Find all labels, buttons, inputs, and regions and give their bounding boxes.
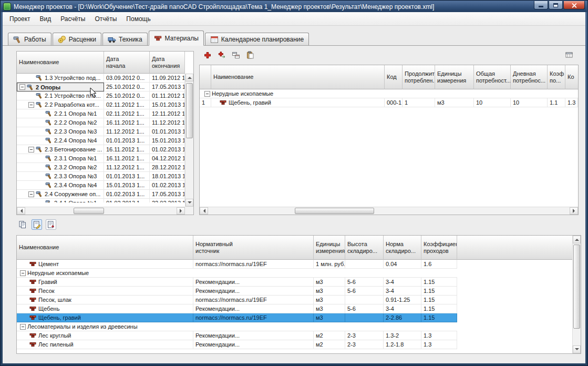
storage-row[interactable]: Лес пиленыйРекомендации...м22-31.2-1.81.… bbox=[17, 340, 572, 349]
column-header-stack-height[interactable]: Высота складиро... bbox=[345, 236, 384, 260]
tree-row[interactable]: 2.4 Сооружение оп...01.02.2013 1...17.05… bbox=[17, 190, 185, 199]
scroll-up-button[interactable] bbox=[185, 74, 193, 82]
tree-row[interactable]: 2.2.3 Опора №311.12.2012 1...01.01.2013 … bbox=[17, 127, 185, 136]
work-name-cell[interactable]: 1.3 Устройство под... bbox=[17, 74, 104, 83]
tree-row[interactable]: 1.3 Устройство под...03.09.2012 0...11.0… bbox=[17, 74, 185, 83]
menu-reports[interactable]: Отчёты bbox=[90, 14, 121, 24]
storage-row[interactable]: Цементnormacs://normacs.ru/19EF1 млн. ру… bbox=[17, 260, 572, 269]
column-header-coef-1[interactable]: Коэф по... bbox=[548, 65, 565, 89]
scrollbar-thumb[interactable] bbox=[186, 83, 193, 138]
paste-button[interactable] bbox=[245, 50, 255, 60]
column-header-coef-2[interactable]: Ко bbox=[565, 65, 578, 89]
collapse-toggle-icon[interactable] bbox=[204, 91, 210, 97]
column-header-end-date[interactable]: Дата окончания bbox=[150, 52, 185, 74]
scroll-down-button[interactable] bbox=[185, 199, 193, 207]
export-button[interactable] bbox=[46, 219, 56, 230]
maximize-button[interactable] bbox=[549, 1, 563, 9]
close-button[interactable] bbox=[563, 1, 585, 9]
scrollbar-thumb[interactable] bbox=[573, 245, 580, 329]
work-name-cell[interactable]: 2.3 Бетонирование ... bbox=[17, 145, 104, 154]
work-name-cell[interactable]: 2.2 Разработка кот... bbox=[17, 100, 104, 109]
tab-machinery[interactable]: Техника bbox=[102, 33, 148, 45]
collapse-toggle-icon[interactable] bbox=[28, 102, 34, 108]
menu-calculations[interactable]: Расчёты bbox=[56, 14, 90, 24]
add-material-button[interactable] bbox=[202, 50, 213, 60]
column-header-code[interactable]: Код bbox=[385, 65, 403, 89]
collapse-toggle-icon[interactable] bbox=[19, 84, 25, 90]
tree-row[interactable]: 2.2.2 Опора №216.11.2012 1...11.12.2012 … bbox=[17, 118, 185, 127]
tree-row[interactable]: 2.3.4 Опора №415.01.2013 1...01.02.2013 … bbox=[17, 181, 185, 190]
work-name-cell[interactable]: 2.2.3 Опора №3 bbox=[17, 127, 104, 136]
column-header-duration[interactable]: Продолжител потреблен... bbox=[403, 65, 435, 89]
storage-row[interactable]: Щебень, гравийnormacs://normacs.ru/19EFм… bbox=[17, 313, 572, 322]
material-tables-button[interactable] bbox=[231, 50, 241, 60]
scrollbar-thumb[interactable] bbox=[74, 208, 104, 214]
work-name-cell[interactable]: 2.4 Сооружение оп... bbox=[17, 190, 104, 199]
tree-row[interactable]: 2.3.1 Опора №116.11.2012 1...04.12.2012 … bbox=[17, 154, 185, 163]
menu-project[interactable]: Проект bbox=[5, 14, 35, 24]
scrollbar-thumb[interactable] bbox=[295, 208, 374, 214]
works-vertical-scrollbar[interactable] bbox=[185, 74, 193, 207]
material-row[interactable]: 1Щебень, гравий000-11м310101.11.3 bbox=[200, 98, 578, 107]
column-header-start-date[interactable]: Дата начала bbox=[104, 52, 150, 74]
add-child-material-button[interactable] bbox=[216, 50, 227, 60]
work-name-cell[interactable]: 2.1 Устройство пло... bbox=[17, 92, 104, 100]
column-header-name[interactable]: Наименование bbox=[17, 52, 104, 74]
title-bar[interactable]: Менеджер проектов - [D:\Work\Обучение\Те… bbox=[1, 1, 587, 12]
scrollbar-track[interactable] bbox=[208, 207, 570, 215]
scroll-up-button[interactable] bbox=[573, 236, 581, 243]
column-header-daily-need[interactable]: Дневная потребнос... bbox=[511, 65, 548, 89]
group-row[interactable]: Нерудные ископаемые bbox=[17, 269, 572, 278]
tree-row[interactable]: 2.2.1 Опора №102.11.2012 1...12.11.2012 … bbox=[17, 109, 185, 118]
tab-materials[interactable]: Материалы bbox=[149, 30, 204, 46]
material-card-button[interactable] bbox=[32, 219, 42, 230]
consumption-horizontal-scrollbar[interactable] bbox=[200, 207, 578, 215]
tree-row[interactable]: 2.2 Разработка кот...02.11.2012 1...15.0… bbox=[17, 100, 185, 109]
storage-row[interactable]: ПесокРекомендации...м35-63-41.15 bbox=[17, 287, 572, 296]
column-header-total-need[interactable]: Общая потребност... bbox=[474, 65, 511, 89]
column-header-stack-norm[interactable]: Норма складиро... bbox=[384, 236, 421, 260]
work-name-cell[interactable]: 2.4.1 Опора №1 bbox=[17, 199, 104, 202]
tab-rates[interactable]: Расценки bbox=[53, 33, 101, 45]
collapse-toggle-icon[interactable] bbox=[28, 191, 34, 197]
column-header-rownum[interactable] bbox=[200, 65, 211, 89]
scroll-right-button[interactable] bbox=[570, 207, 578, 215]
tree-row[interactable]: 2 Опоры25.10.2012 0...17.05.2013 1 bbox=[17, 83, 185, 92]
menu-help[interactable]: Помощь bbox=[121, 14, 155, 24]
tree-row[interactable]: 2.1 Устройство пло...25.10.2012 0...01.1… bbox=[17, 92, 185, 100]
scroll-right-button[interactable] bbox=[177, 207, 185, 215]
work-name-cell[interactable]: 2.3.1 Опора №1 bbox=[17, 154, 104, 163]
work-name-cell[interactable]: 2.2.4 Опора №4 bbox=[17, 136, 104, 145]
column-header-units[interactable]: Единицы измерения bbox=[314, 236, 345, 260]
tree-row[interactable]: 2.3.3 Опора №301.01.2013 1...18.01.2013 … bbox=[17, 172, 185, 181]
group-row[interactable]: Лесоматериалы и изделия из древесины bbox=[17, 322, 572, 331]
tab-calendar-planning[interactable]: Календарное планирование bbox=[205, 33, 309, 45]
work-name-cell[interactable]: 2.3.4 Опора №4 bbox=[17, 181, 104, 190]
storage-row[interactable]: ЩебеньРекомендации...м35-63-41.15 bbox=[17, 304, 572, 313]
column-header-units[interactable]: Единицы измерения bbox=[435, 65, 474, 89]
tab-works[interactable]: Работы bbox=[8, 33, 51, 45]
collapse-toggle-icon[interactable] bbox=[28, 147, 34, 152]
minimize-button[interactable] bbox=[534, 1, 548, 9]
scrollbar-track[interactable] bbox=[25, 207, 177, 215]
collapse-toggle-icon[interactable] bbox=[20, 324, 26, 330]
tree-row[interactable]: 2.4.1 Опора №101.02.2013 1...22.02.2013 … bbox=[17, 199, 185, 202]
work-name-cell[interactable]: 2.3.2 Опора №2 bbox=[17, 163, 104, 172]
tree-row[interactable]: 2.3.2 Опора №211.12.2012 1...28.12.2012 … bbox=[17, 163, 185, 172]
storage-vertical-scrollbar[interactable] bbox=[572, 236, 581, 353]
column-chooser-button[interactable] bbox=[564, 50, 574, 60]
column-header-pass-coef[interactable]: Коэффициен проходов bbox=[421, 236, 457, 260]
tree-row[interactable]: 2.2.4 Опора №401.01.2013 1...15.01.2013 … bbox=[17, 136, 185, 145]
tree-row[interactable]: 2.3 Бетонирование ...16.11.2012 1...01.0… bbox=[17, 145, 185, 154]
works-horizontal-scrollbar[interactable] bbox=[17, 207, 185, 215]
scroll-left-button[interactable] bbox=[200, 207, 208, 215]
column-header-source[interactable]: Нормативный источник bbox=[193, 236, 314, 260]
work-name-cell[interactable]: 2 Опоры bbox=[17, 83, 104, 92]
work-name-cell[interactable]: 2.2.2 Опора №2 bbox=[17, 118, 104, 127]
menu-view[interactable]: Вид bbox=[35, 14, 56, 24]
storage-row[interactable]: Песок, шлакnormacs://normacs.ru/19EFм30.… bbox=[17, 296, 572, 304]
group-row[interactable]: Нерудные ископаемые bbox=[200, 89, 578, 98]
storage-row[interactable]: Лес круглыйРекомендации...м22-31.3-21.3 bbox=[17, 331, 572, 340]
work-name-cell[interactable]: 2.3.3 Опора №3 bbox=[17, 172, 104, 181]
storage-row[interactable]: ГравийРекомендации...м35-63-41.15 bbox=[17, 278, 572, 287]
